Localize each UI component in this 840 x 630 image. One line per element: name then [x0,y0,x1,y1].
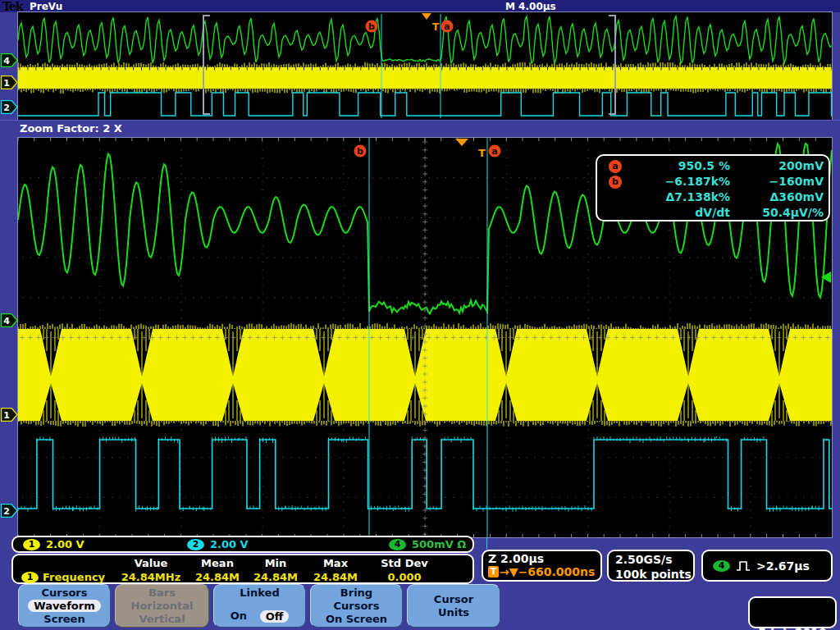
date-time-box: 5 Jul 2010 17:47:57 [748,596,837,628]
cursor-b-percent: −6.187k% [625,175,730,188]
bars-option-horizontal: Horizontal [116,600,208,613]
channel-4-badge: 4 [389,539,406,550]
measurement-max: 24.84M [305,571,366,583]
sample-rate: 2.50GS/s [615,552,693,567]
dvdt-label: dV/dt [625,206,730,219]
date-readout: 5 Jul 2010 [750,626,835,630]
main-timebase-readout: M 4.00µs [505,1,556,12]
cursor-b-voltage: −160mV [730,175,824,188]
menu-cursor-units-button[interactable]: Cursor Units [407,584,500,628]
record-length: 100k points [615,567,693,582]
menu-linked-title: Linked [214,587,305,600]
linked-option-off-selected: Off [260,610,290,623]
trigger-box: 4 >2.67µs [701,550,833,582]
cursor-b-row: b −6.187k% −160mV [597,173,829,189]
zoom-scale-readout: Z 2.00µs [488,552,600,565]
channel-2-marker-overview[interactable]: 2 [1,100,18,114]
trigger-t-icon: T [488,566,499,578]
menu-bars-button: Bars Horizontal Vertical [115,584,209,628]
channel-1-marker-overview[interactable]: 1 [1,75,18,89]
pulse-width-trigger-icon [736,559,751,572]
measurement-channel-badge: 1 [21,572,39,583]
header-max: Max [305,557,366,569]
header-value: Value [113,557,189,569]
cursor-dvdt-row: dV/dt 50.4µV/% [597,204,829,220]
channel-2-readout: 2 2.00 V [187,538,249,550]
cursors-mode-option-screen: Screen [19,613,110,626]
overview-window: Tba [17,11,833,121]
cursor-a-percent: 950.5 % [625,159,730,172]
header-mean: Mean [189,557,246,569]
cursor-delta-percent: Δ7.138k% [625,190,730,203]
menu-cursors-mode-button[interactable]: Cursors Waveform Screen [18,584,111,628]
acquisition-status: PreVu [30,1,62,12]
measurement-value: 24.84MHz [113,571,189,583]
trigger-source-badge: 4 [713,560,730,572]
svg-text:4: 4 [3,56,10,66]
svg-text:a: a [444,21,450,32]
channel-4-scale: 500mV Ω [412,538,466,550]
svg-text:1: 1 [3,78,10,89]
measurement-mean: 24.84M [189,571,246,583]
linked-option-on: On [231,609,247,623]
measurement-table: Value Mean Min Max Std Dev 1 Frequency 2… [11,554,474,584]
channel-1-readout: 1 2.00 V [23,538,84,550]
channel-2-marker-main[interactable]: 2 [1,504,18,518]
zoom-timebase-box: Z 2.00µs T →▼−660.000ns [482,550,602,582]
trigger-condition: >2.67µs [756,559,810,573]
channel-4-marker-main[interactable]: 4 [1,313,18,327]
svg-text:2: 2 [3,506,10,517]
menu-cursors-title: Cursors [19,587,110,600]
channel-4-readout: 4 500mV Ω [389,538,466,550]
channel-1-scale: 2.00 V [46,538,84,550]
overview-waveforms: Tba [18,12,832,120]
header-min: Min [246,557,305,569]
measurement-stddev: 0.000 [366,571,443,583]
channel-2-scale: 2.00 V [210,538,249,550]
bring-line2: Cursors [311,600,402,613]
cursor-a-row: a 950.5 % 200mV [597,158,829,173]
svg-text:a: a [491,146,497,157]
svg-text:b: b [357,146,363,157]
channel-readout-bar: 1 2.00 V 2 2.00 V 4 500mV Ω [11,536,474,553]
cursor-units-line1: Cursor [408,593,500,606]
zoom-window: Tba a 950.5 % 200mV b −6.187k% −160mV Δ7… [17,137,833,538]
channel-2-badge: 2 [187,539,204,550]
zoom-factor-label: Zoom Factor: 2 X [20,122,122,135]
acquisition-box: 2.50GS/s 100k points [607,550,695,582]
dvdt-value: 50.4µV/% [730,206,824,219]
bars-option-vertical: Vertical [116,613,208,626]
cursors-mode-selected: Waveform [28,600,100,612]
cursor-delta-row: Δ7.138k% Δ360mV [597,189,829,204]
cursor-delta-voltage: Δ360mV [730,190,824,203]
cursor-a-badge: a [609,160,622,173]
cursor-readout-box: a 950.5 % 200mV b −6.187k% −160mV Δ7.138… [596,154,830,221]
channel-1-marker-main[interactable]: 1 [1,408,18,422]
svg-text:T: T [432,21,440,33]
delay-value: →▼−660.000ns [500,565,595,578]
measurement-name: Frequency [43,571,105,583]
cursor-units-line2: Units [408,606,500,619]
bring-line1: Bring [311,587,402,600]
cursor-a-voltage: 200mV [730,159,824,172]
header-stddev: Std Dev [366,557,443,569]
channel-4-marker-overview[interactable]: 4 [1,53,18,67]
measurement-row-frequency: 1 Frequency 24.84MHz 24.84M 24.84M 24.84… [16,570,472,584]
measurement-min: 24.84M [246,571,305,583]
cursor-a-line-extension[interactable] [486,537,487,549]
zoom-factor-bar: Zoom Factor: 2 X [0,120,840,138]
svg-text:b: b [368,21,375,32]
menu-linked-button[interactable]: Linked On Off [213,584,306,628]
delay-readout: T →▼−660.000ns [488,565,600,578]
menu-bars-title: Bars [116,587,208,600]
bring-line3: On Screen [311,613,402,626]
channel-1-badge: 1 [23,539,40,550]
menu-bring-cursors-button[interactable]: Bring Cursors On Screen [310,584,403,628]
svg-text:2: 2 [3,103,10,113]
svg-text:T: T [478,147,486,159]
svg-text:1: 1 [3,410,10,421]
cursor-b-badge: b [609,176,622,189]
measurement-header-row: Value Mean Min Max Std Dev [16,556,472,570]
top-status-bar: Tek PreVu M 4.00µs [0,0,840,12]
svg-text:4: 4 [3,316,10,326]
